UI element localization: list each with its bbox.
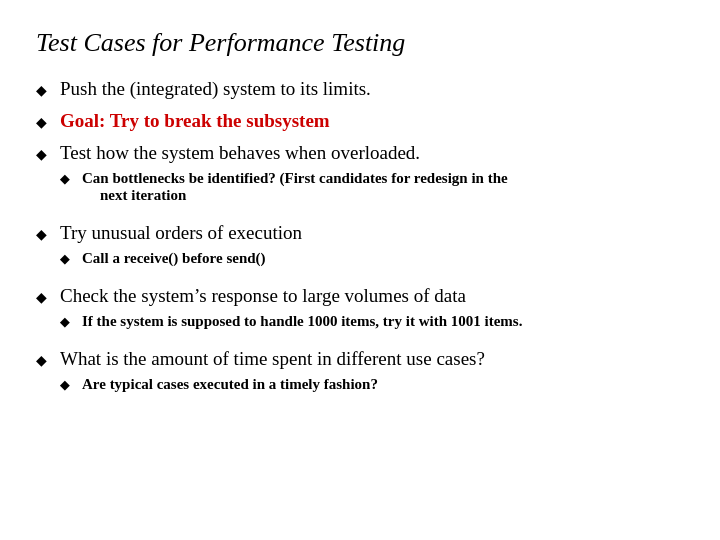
bullet-text-5: Check the system’s response to large vol…	[60, 285, 466, 307]
bullet-item-4: ◆ Try unusual orders of execution ◆ Call…	[36, 222, 684, 275]
bullet-item-5: ◆ Check the system’s response to large v…	[36, 285, 684, 338]
bullet-diamond-3: ◆	[36, 146, 54, 163]
sub-text-5-1: If the system is supposed to handle 1000…	[82, 313, 522, 330]
sub-bullets-5: ◆ If the system is supposed to handle 10…	[60, 313, 522, 334]
bullet-diamond-5: ◆	[36, 289, 54, 306]
bullet-text-3: Test how the system behaves when overloa…	[60, 142, 420, 164]
sub-item-3-1: ◆ Can bottlenecks be identified? (First …	[60, 170, 508, 204]
sub-bullets-3: ◆ Can bottlenecks be identified? (First …	[60, 170, 508, 208]
bullet-item-3: ◆ Test how the system behaves when overl…	[36, 142, 684, 212]
bullet-item-2: ◆ Goal: Try to break the subsystem	[36, 110, 684, 132]
sub-diamond-4-1: ◆	[60, 252, 78, 267]
sub-item-6-1: ◆ Are typical cases executed in a timely…	[60, 376, 378, 393]
sub-text-3-1: Can bottlenecks be identified? (First ca…	[82, 170, 508, 204]
sub-text-6-1: Are typical cases executed in a timely f…	[82, 376, 378, 393]
sub-bullets-4: ◆ Call a receive() before send()	[60, 250, 266, 271]
bullet-item-1: ◆ Push the (integrated) system to its li…	[36, 78, 684, 100]
sub-diamond-3-1: ◆	[60, 172, 78, 187]
sub-item-5-1: ◆ If the system is supposed to handle 10…	[60, 313, 522, 330]
main-bullets-list: ◆ Push the (integrated) system to its li…	[36, 78, 684, 401]
bullet-diamond-6: ◆	[36, 352, 54, 369]
sub-diamond-5-1: ◆	[60, 315, 78, 330]
bullet-text-6: What is the amount of time spent in diff…	[60, 348, 485, 370]
sub-diamond-6-1: ◆	[60, 378, 78, 393]
bullet-text-4: Try unusual orders of execution	[60, 222, 302, 244]
sub-text-4-1: Call a receive() before send()	[82, 250, 266, 267]
bullet-text-2: Goal: Try to break the subsystem	[60, 110, 684, 132]
bullet-item-6: ◆ What is the amount of time spent in di…	[36, 348, 684, 401]
bullet-text-1: Push the (integrated) system to its limi…	[60, 78, 684, 100]
bullet-diamond-2: ◆	[36, 114, 54, 131]
slide-title: Test Cases for Performance Testing	[36, 28, 684, 58]
bullet-diamond-4: ◆	[36, 226, 54, 243]
bullet-diamond-1: ◆	[36, 82, 54, 99]
sub-bullets-6: ◆ Are typical cases executed in a timely…	[60, 376, 378, 397]
sub-item-4-1: ◆ Call a receive() before send()	[60, 250, 266, 267]
